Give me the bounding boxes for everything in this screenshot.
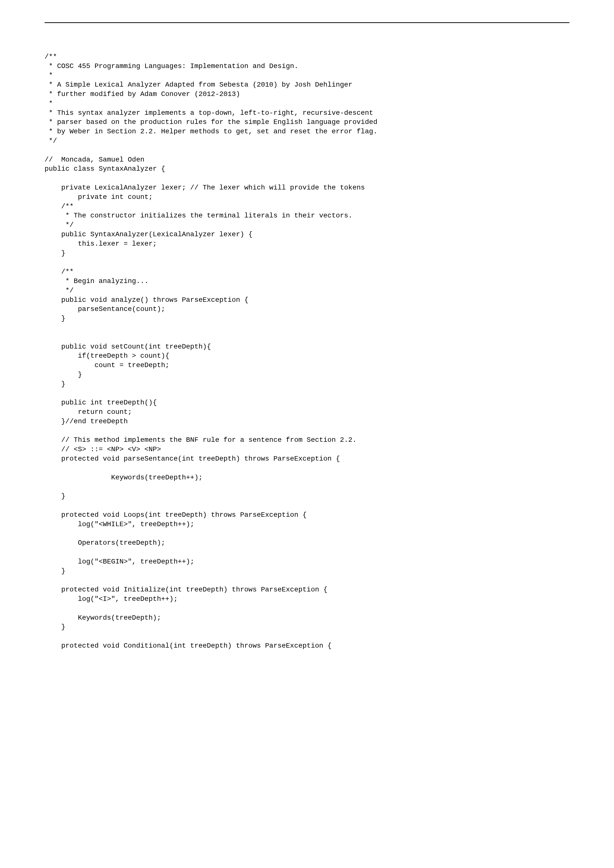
page-container: /** * COSC 455 Programming Languages: Im…	[0, 0, 614, 868]
top-horizontal-rule	[45, 22, 569, 23]
code-block: /** * COSC 455 Programming Languages: Im…	[45, 43, 569, 651]
